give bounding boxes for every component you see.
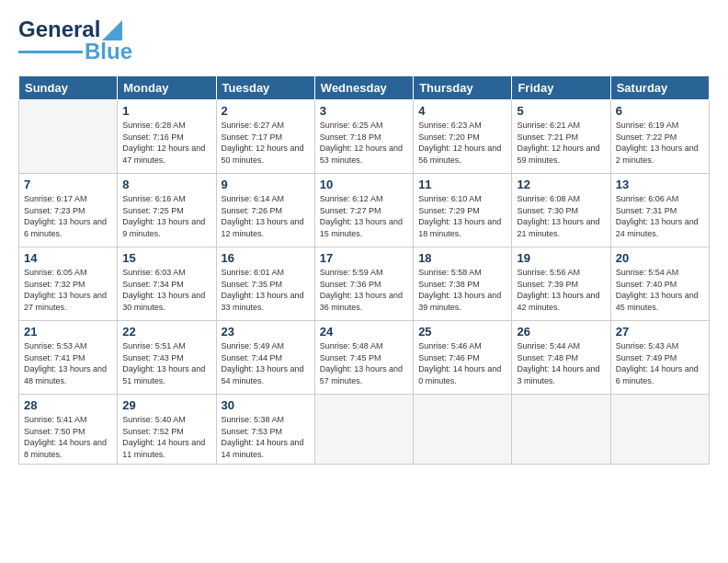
- calendar-cell: [512, 395, 610, 465]
- page-header: General Blue: [18, 17, 710, 64]
- day-info: Sunrise: 5:44 AMSunset: 7:48 PMDaylight:…: [517, 340, 605, 386]
- day-info: Sunrise: 5:46 AMSunset: 7:46 PMDaylight:…: [418, 340, 506, 386]
- calendar-cell: 16 Sunrise: 6:01 AMSunset: 7:35 PMDaylig…: [216, 247, 314, 321]
- calendar-header-sunday: Sunday: [19, 76, 118, 100]
- day-number: 3: [320, 104, 408, 118]
- day-number: 20: [616, 251, 704, 265]
- calendar-header-thursday: Thursday: [414, 76, 512, 100]
- day-number: 11: [418, 178, 506, 191]
- day-number: 19: [517, 251, 605, 265]
- day-info: Sunrise: 5:41 AMSunset: 7:50 PMDaylight:…: [24, 414, 112, 460]
- day-number: 10: [320, 178, 408, 191]
- calendar-cell: 12 Sunrise: 6:08 AMSunset: 7:30 PMDaylig…: [512, 174, 610, 247]
- calendar-cell: 20 Sunrise: 5:54 AMSunset: 7:40 PMDaylig…: [610, 247, 709, 321]
- day-info: Sunrise: 5:51 AMSunset: 7:43 PMDaylight:…: [122, 340, 210, 386]
- day-info: Sunrise: 5:53 AMSunset: 7:41 PMDaylight:…: [24, 340, 112, 386]
- calendar-header-wednesday: Wednesday: [314, 76, 413, 100]
- day-number: 22: [122, 325, 210, 339]
- calendar-cell: [19, 100, 118, 174]
- calendar-header-tuesday: Tuesday: [216, 76, 314, 100]
- day-info: Sunrise: 5:40 AMSunset: 7:52 PMDaylight:…: [122, 414, 210, 460]
- day-number: 14: [24, 251, 112, 265]
- day-info: Sunrise: 6:27 AMSunset: 7:17 PMDaylight:…: [222, 120, 310, 166]
- calendar-cell: 22 Sunrise: 5:51 AMSunset: 7:43 PMDaylig…: [118, 321, 216, 395]
- calendar-cell: 25 Sunrise: 5:46 AMSunset: 7:46 PMDaylig…: [414, 321, 512, 395]
- day-number: 12: [517, 178, 605, 191]
- day-info: Sunrise: 5:49 AMSunset: 7:44 PMDaylight:…: [222, 340, 310, 386]
- calendar-cell: 23 Sunrise: 5:49 AMSunset: 7:44 PMDaylig…: [216, 321, 314, 395]
- day-number: 8: [122, 178, 210, 191]
- day-info: Sunrise: 5:56 AMSunset: 7:39 PMDaylight:…: [517, 267, 605, 313]
- day-info: Sunrise: 6:28 AMSunset: 7:16 PMDaylight:…: [122, 120, 210, 166]
- day-number: 2: [222, 104, 310, 118]
- calendar-cell: 7 Sunrise: 6:17 AMSunset: 7:23 PMDayligh…: [19, 174, 118, 247]
- svg-marker-0: [102, 20, 122, 40]
- day-number: 26: [517, 325, 605, 339]
- day-info: Sunrise: 5:38 AMSunset: 7:53 PMDaylight:…: [222, 414, 310, 460]
- day-number: 9: [222, 178, 310, 191]
- day-info: Sunrise: 5:58 AMSunset: 7:38 PMDaylight:…: [418, 267, 506, 313]
- calendar-cell: 5 Sunrise: 6:21 AMSunset: 7:21 PMDayligh…: [512, 100, 610, 174]
- calendar-cell: [414, 395, 512, 465]
- day-info: Sunrise: 6:08 AMSunset: 7:30 PMDaylight:…: [517, 193, 605, 239]
- calendar-cell: 2 Sunrise: 6:27 AMSunset: 7:17 PMDayligh…: [216, 100, 314, 174]
- day-number: 5: [517, 104, 605, 118]
- calendar-cell: 13 Sunrise: 6:06 AMSunset: 7:31 PMDaylig…: [610, 174, 709, 247]
- day-number: 21: [24, 325, 112, 339]
- calendar-cell: 21 Sunrise: 5:53 AMSunset: 7:41 PMDaylig…: [19, 321, 118, 395]
- logo-blue: Blue: [85, 39, 132, 64]
- calendar-cell: 19 Sunrise: 5:56 AMSunset: 7:39 PMDaylig…: [512, 247, 610, 321]
- calendar-cell: 18 Sunrise: 5:58 AMSunset: 7:38 PMDaylig…: [414, 247, 512, 321]
- logo: General Blue: [18, 17, 132, 64]
- page-container: General Blue SundayMondayTuesdayWednesda…: [0, 0, 728, 474]
- calendar-cell: 26 Sunrise: 5:44 AMSunset: 7:48 PMDaylig…: [512, 321, 610, 395]
- day-number: 18: [418, 251, 506, 265]
- calendar-cell: 28 Sunrise: 5:41 AMSunset: 7:50 PMDaylig…: [19, 395, 118, 465]
- day-number: 15: [122, 251, 210, 265]
- day-info: Sunrise: 6:05 AMSunset: 7:32 PMDaylight:…: [24, 267, 112, 313]
- day-info: Sunrise: 6:01 AMSunset: 7:35 PMDaylight:…: [222, 267, 310, 313]
- calendar-cell: 6 Sunrise: 6:19 AMSunset: 7:22 PMDayligh…: [610, 100, 709, 174]
- day-info: Sunrise: 6:19 AMSunset: 7:22 PMDaylight:…: [616, 120, 704, 166]
- calendar-cell: 8 Sunrise: 6:16 AMSunset: 7:25 PMDayligh…: [118, 174, 216, 247]
- day-info: Sunrise: 5:43 AMSunset: 7:49 PMDaylight:…: [616, 340, 704, 386]
- day-info: Sunrise: 5:59 AMSunset: 7:36 PMDaylight:…: [320, 267, 408, 313]
- calendar-cell: 9 Sunrise: 6:14 AMSunset: 7:26 PMDayligh…: [216, 174, 314, 247]
- calendar-table: SundayMondayTuesdayWednesdayThursdayFrid…: [18, 75, 710, 465]
- day-number: 23: [222, 325, 310, 339]
- day-number: 7: [24, 178, 112, 191]
- calendar-cell: 14 Sunrise: 6:05 AMSunset: 7:32 PMDaylig…: [19, 247, 118, 321]
- day-number: 6: [616, 104, 704, 118]
- calendar-header-friday: Friday: [512, 76, 610, 100]
- calendar-cell: 11 Sunrise: 6:10 AMSunset: 7:29 PMDaylig…: [414, 174, 512, 247]
- day-number: 1: [122, 104, 210, 118]
- day-info: Sunrise: 6:21 AMSunset: 7:21 PMDaylight:…: [517, 120, 605, 166]
- calendar-cell: 17 Sunrise: 5:59 AMSunset: 7:36 PMDaylig…: [314, 247, 413, 321]
- day-number: 16: [222, 251, 310, 265]
- calendar-cell: 3 Sunrise: 6:25 AMSunset: 7:18 PMDayligh…: [314, 100, 413, 174]
- day-info: Sunrise: 6:17 AMSunset: 7:23 PMDaylight:…: [24, 193, 112, 239]
- day-info: Sunrise: 6:25 AMSunset: 7:18 PMDaylight:…: [320, 120, 408, 166]
- calendar-cell: 29 Sunrise: 5:40 AMSunset: 7:52 PMDaylig…: [118, 395, 216, 465]
- calendar-cell: 15 Sunrise: 6:03 AMSunset: 7:34 PMDaylig…: [118, 247, 216, 321]
- day-number: 13: [616, 178, 704, 191]
- day-number: 28: [24, 398, 112, 412]
- day-number: 27: [616, 325, 704, 339]
- day-number: 29: [122, 398, 210, 412]
- day-info: Sunrise: 6:12 AMSunset: 7:27 PMDaylight:…: [320, 193, 408, 239]
- calendar-header-monday: Monday: [118, 76, 216, 100]
- day-number: 17: [320, 251, 408, 265]
- day-info: Sunrise: 6:10 AMSunset: 7:29 PMDaylight:…: [418, 193, 506, 239]
- day-info: Sunrise: 6:03 AMSunset: 7:34 PMDaylight:…: [122, 267, 210, 313]
- day-info: Sunrise: 6:16 AMSunset: 7:25 PMDaylight:…: [122, 193, 210, 239]
- calendar-cell: [314, 395, 413, 465]
- calendar-cell: 1 Sunrise: 6:28 AMSunset: 7:16 PMDayligh…: [118, 100, 216, 174]
- calendar-cell: 4 Sunrise: 6:23 AMSunset: 7:20 PMDayligh…: [414, 100, 512, 174]
- calendar-cell: 10 Sunrise: 6:12 AMSunset: 7:27 PMDaylig…: [314, 174, 413, 247]
- calendar-cell: [610, 395, 709, 465]
- day-info: Sunrise: 6:14 AMSunset: 7:26 PMDaylight:…: [222, 193, 310, 239]
- day-number: 4: [418, 104, 506, 118]
- day-info: Sunrise: 6:23 AMSunset: 7:20 PMDaylight:…: [418, 120, 506, 166]
- day-number: 24: [320, 325, 408, 339]
- calendar-cell: 27 Sunrise: 5:43 AMSunset: 7:49 PMDaylig…: [610, 321, 709, 395]
